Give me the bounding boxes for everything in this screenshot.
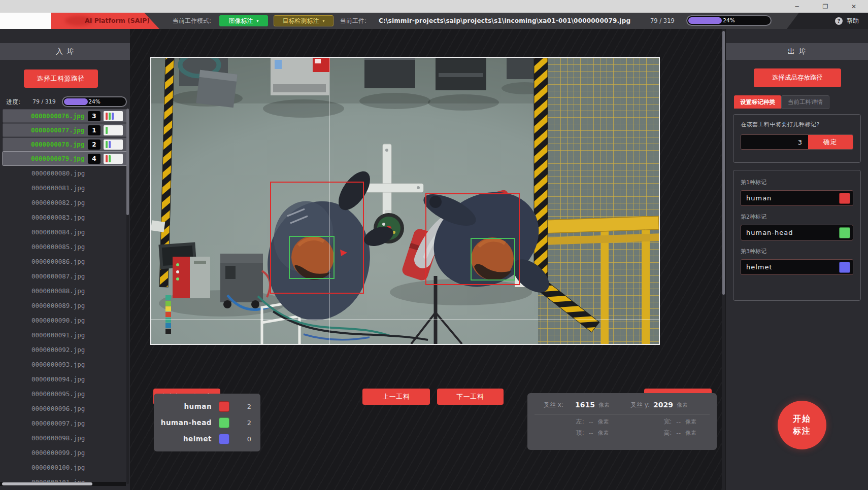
export-panel-title: 出埠 [726, 43, 868, 60]
file-row-selected[interactable]: 0000000079.jpg4 [3, 152, 127, 165]
file-row[interactable]: 0000000098.jpg [0, 431, 130, 445]
file-row[interactable]: 0000000083.jpg [0, 210, 130, 225]
file-row[interactable]: 0000000089.jpg [0, 298, 130, 313]
start-annotation-button[interactable]: 开始标注 [778, 401, 826, 449]
legend-count: 0 [247, 435, 251, 443]
file-row[interactable]: 0000000087.jpg [0, 269, 130, 284]
legend-row: human-head2 [160, 415, 254, 430]
label-color-indicator [104, 125, 123, 135]
right-panel-scrollbar[interactable] [722, 29, 725, 490]
bounding-box-human-head[interactable] [471, 238, 515, 281]
box-top-label: 顶: [576, 429, 584, 437]
file-row[interactable]: 0000000097.jpg [0, 416, 130, 431]
label-name-input[interactable]: helmet [741, 259, 853, 275]
file-list-scrollbar[interactable] [126, 109, 129, 484]
file-row[interactable]: 0000000085.jpg [0, 239, 130, 254]
confirm-button[interactable]: 确定 [808, 135, 853, 149]
tab-set-label-types[interactable]: 设置标记种类 [734, 95, 781, 109]
os-titlebar: ─ ❐ ✕ [0, 0, 868, 13]
close-icon[interactable]: ✕ [840, 0, 868, 13]
header-corner: ? 帮助 [787, 13, 868, 29]
workshop-photo-art [151, 58, 659, 344]
crosshair-horizontal-line [151, 320, 659, 320]
label-count-group: 在该套工料中将要打几种标记? 3 确定 [733, 114, 861, 163]
file-row[interactable]: 0000000092.jpg [0, 342, 130, 357]
legend-count: 2 [247, 419, 251, 427]
file-row[interactable]: 0000000076.jpg3 [3, 109, 127, 123]
label-color-picker[interactable] [839, 262, 850, 273]
legend-color-swatch[interactable] [219, 401, 229, 412]
export-panel: 出埠 选择成品存放路径 设置标记种类 当前工料详情 在该套工料中将要打几种标记?… [726, 29, 868, 490]
file-row[interactable]: 0000000077.jpg1 [3, 123, 127, 137]
bounding-box-human-head[interactable] [289, 236, 335, 279]
label-name-value: human-head [746, 229, 839, 236]
restore-icon[interactable]: ❐ [811, 0, 840, 13]
label-count-question: 在该套工料中将要打几种标记? [741, 121, 853, 128]
file-row[interactable]: 0000000080.jpg [0, 166, 130, 181]
file-row[interactable]: 0000000088.jpg [0, 284, 130, 298]
select-source-path-button[interactable]: 选择工料源路径 [24, 69, 98, 88]
label-type-title: 第1种标记 [741, 179, 853, 186]
box-left-label: 左: [576, 417, 584, 426]
file-row[interactable]: 0000000084.jpg [0, 225, 130, 239]
label-count-input[interactable]: 3 [741, 135, 808, 149]
tab-current-item-details[interactable]: 当前工料详情 [781, 95, 829, 109]
start-annotation-line2: 标注 [793, 426, 811, 436]
file-list-hscrollbar[interactable] [0, 482, 126, 486]
label-color-bar [109, 113, 111, 120]
file-name: 0000000099.jpg [31, 449, 85, 457]
legend-color-swatch[interactable] [219, 417, 229, 428]
file-row[interactable]: 0000000086.jpg [0, 254, 130, 269]
progress-label: 进度: [6, 98, 20, 107]
select-output-path-button[interactable]: 选择成品存放路径 [754, 68, 841, 87]
file-row[interactable]: 0000000091.jpg [0, 328, 130, 342]
file-list-hscrollbar-thumb[interactable] [2, 482, 92, 485]
minimize-icon[interactable]: ─ [783, 0, 811, 13]
import-panel-title: 入埠 [0, 43, 130, 60]
label-color-picker[interactable] [839, 227, 850, 238]
prev-item-button[interactable]: 上一工料 [362, 389, 430, 405]
help-button[interactable]: 帮助 [847, 17, 859, 25]
file-row[interactable]: 0000000082.jpg [0, 195, 130, 210]
file-list: 0000000076.jpg30000000077.jpg10000000078… [0, 109, 130, 486]
app-window: ─ ❐ ✕ AI Platform (SAIP) 当前工作模式: 图像标注 ▾ … [0, 0, 868, 490]
label-name-value: helmet [746, 263, 839, 271]
mode-detection-button[interactable]: 目标检测标注 ▾ [274, 15, 333, 26]
file-row[interactable]: 0000000096.jpg [0, 401, 130, 416]
cross-x-unit: 像素 [598, 401, 610, 409]
mode-image-annotation-button[interactable]: 图像标注 ▾ [219, 15, 268, 26]
next-item-button[interactable]: 下一工料 [437, 389, 504, 405]
label-name-input[interactable]: human [741, 190, 853, 206]
file-row[interactable]: 0000000093.jpg [0, 357, 130, 372]
label-name-input[interactable]: human-head [741, 225, 853, 240]
file-list-scrollbar-thumb[interactable] [126, 109, 129, 215]
file-row[interactable]: 0000000099.jpg [0, 445, 130, 460]
right-panel-scrollbar-thumb[interactable] [722, 31, 725, 295]
file-name: 0000000076.jpg [31, 112, 84, 120]
file-row[interactable]: 0000000078.jpg2 [3, 137, 127, 151]
legend-color-swatch[interactable] [219, 434, 229, 444]
file-row[interactable]: 0000000095.jpg [0, 387, 130, 401]
image-viewer[interactable] [150, 57, 660, 345]
mode-detection-label: 目标检测标注 [282, 17, 319, 25]
file-name: 0000000092.jpg [31, 346, 85, 354]
header-progress-count: 79 / 319 [650, 13, 675, 29]
file-name: 0000000093.jpg [31, 361, 85, 368]
annotation-count-badge: 4 [88, 154, 101, 164]
annotation-count-badge: 1 [88, 125, 101, 135]
label-color-indicator [104, 154, 123, 164]
file-name: 0000000085.jpg [31, 243, 85, 251]
label-color-picker[interactable] [839, 193, 850, 204]
file-row[interactable]: 0000000090.jpg [0, 313, 130, 328]
file-name: 0000000088.jpg [31, 287, 85, 295]
header-white-block [0, 13, 54, 29]
file-name: 0000000097.jpg [31, 419, 85, 427]
file-row[interactable]: 0000000081.jpg [0, 181, 130, 195]
file-row[interactable]: 0000000100.jpg [0, 460, 130, 475]
work-mode-label: 当前工作模式: [173, 13, 211, 29]
legend-label: human-head [160, 418, 212, 427]
file-name: 0000000083.jpg [31, 214, 85, 221]
file-row[interactable]: 0000000094.jpg [0, 372, 130, 387]
file-name: 0000000100.jpg [31, 464, 85, 471]
help-icon[interactable]: ? [835, 17, 843, 25]
